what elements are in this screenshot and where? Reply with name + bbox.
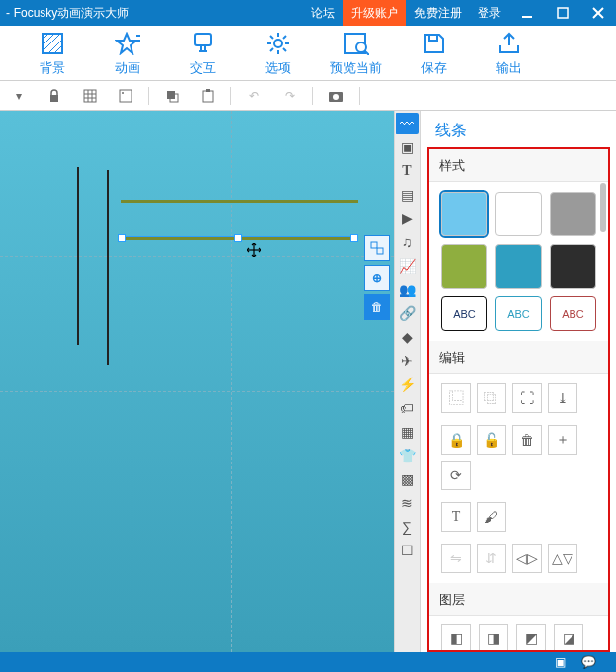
resize-handle-left[interactable]: [118, 234, 126, 242]
svg-rect-35: [167, 91, 175, 99]
shape-line-vertical-1[interactable]: [77, 167, 79, 345]
zoom-in-icon[interactable]: ⊕: [364, 265, 390, 291]
mirrorv-button[interactable]: △▽: [548, 544, 577, 573]
send-backward-button[interactable]: ◩: [516, 624, 546, 652]
shape-line-vertical-2[interactable]: [107, 170, 109, 365]
delete-icon[interactable]: 🗑: [364, 294, 390, 320]
gridview-tool-icon[interactable]: ▩: [396, 468, 419, 490]
ruler-icon[interactable]: [113, 83, 138, 109]
swatch-5[interactable]: [495, 244, 542, 289]
textedit-button[interactable]: T: [441, 502, 471, 532]
resize-handle-mid[interactable]: [234, 234, 242, 242]
lock-icon[interactable]: [42, 83, 67, 109]
login-link[interactable]: 登录: [470, 0, 509, 26]
present-icon[interactable]: ▣: [555, 655, 566, 669]
scrollbar-thumb[interactable]: [600, 183, 606, 232]
swatch-abc-1[interactable]: ABC: [441, 296, 487, 331]
brush-button[interactable]: 🖌: [477, 502, 506, 532]
grid-icon[interactable]: [77, 83, 103, 109]
tab-export[interactable]: 输出: [486, 30, 532, 77]
copy-icon[interactable]: [159, 83, 185, 109]
forum-link[interactable]: 论坛: [304, 0, 343, 26]
lock-button[interactable]: 🔒: [441, 425, 471, 455]
bring-front-button[interactable]: ◧: [441, 624, 471, 652]
music-tool-icon[interactable]: ♫: [396, 231, 419, 253]
group-button[interactable]: ⿺: [441, 383, 471, 413]
tab-preview[interactable]: 预览当前: [330, 30, 382, 77]
add-button[interactable]: ＋: [548, 425, 577, 455]
line-tool-icon[interactable]: 〰: [396, 113, 419, 134]
text-tool-icon[interactable]: T: [396, 160, 419, 182]
formula-tool-icon[interactable]: ∑: [396, 516, 419, 538]
import-button[interactable]: ⤓: [548, 383, 577, 413]
svg-rect-38: [206, 89, 210, 92]
star-icon: [115, 30, 140, 57]
swatch-6[interactable]: [550, 244, 596, 289]
tag-tool-icon[interactable]: 🏷: [396, 397, 419, 419]
svg-rect-44: [377, 248, 383, 254]
image-tool-icon[interactable]: ▣: [396, 136, 419, 158]
tab-options[interactable]: 选项: [255, 30, 301, 77]
redo-icon[interactable]: ↷: [277, 83, 303, 109]
tab-interact[interactable]: 交互: [180, 30, 225, 77]
plane-tool-icon[interactable]: ✈: [396, 350, 419, 372]
swatch-abc-3[interactable]: ABC: [550, 296, 596, 331]
title-bar: - Focusky动画演示大师 论坛 升级账户 免费注册 登录: [0, 0, 616, 26]
svg-rect-33: [120, 90, 132, 102]
link-frame-icon[interactable]: [364, 235, 390, 261]
chart-tool-icon[interactable]: 📈: [396, 255, 419, 277]
selected-line[interactable]: [121, 236, 355, 239]
shirt-tool-icon[interactable]: 👕: [396, 445, 419, 466]
upgrade-link[interactable]: 升级账户: [343, 0, 406, 26]
register-link[interactable]: 免费注册: [406, 0, 470, 26]
undo-icon[interactable]: ↶: [241, 83, 267, 109]
link-tool-icon[interactable]: 🔗: [396, 302, 419, 324]
resize-handle-right[interactable]: [350, 234, 358, 242]
svg-rect-13: [195, 34, 211, 45]
mirrorh-button[interactable]: ◁▷: [512, 544, 542, 573]
video-tool-icon[interactable]: ▶: [396, 208, 419, 229]
ungroup-button[interactable]: ⿻: [477, 383, 506, 413]
svg-point-24: [356, 42, 366, 52]
swatch-3[interactable]: [550, 192, 596, 236]
group-tool-icon[interactable]: 👥: [396, 279, 419, 300]
pointer-icon[interactable]: ▾: [6, 83, 32, 109]
fliph-button[interactable]: ⇋: [441, 544, 471, 573]
paste-icon[interactable]: [195, 83, 220, 109]
camera-icon[interactable]: [323, 83, 349, 109]
svg-point-40: [333, 94, 339, 100]
layers-tool-icon[interactable]: ≋: [396, 492, 419, 514]
tab-background[interactable]: 背景: [30, 30, 75, 77]
swatch-abc-2[interactable]: ABC: [495, 296, 542, 331]
trash-button[interactable]: 🗑: [512, 425, 542, 455]
panel-title: 线条: [421, 111, 616, 147]
swatch-4[interactable]: [441, 244, 487, 289]
fit-button[interactable]: ⛶: [512, 383, 542, 413]
shape-line-horizontal-1[interactable]: [121, 200, 358, 203]
table-tool-icon[interactable]: ▦: [396, 421, 419, 443]
flipv-button[interactable]: ⇵: [477, 544, 506, 573]
shape-tool-icon[interactable]: ◆: [396, 326, 419, 348]
layout-tool-icon[interactable]: ▤: [396, 184, 419, 206]
section-style: 样式: [429, 149, 608, 182]
swatch-2[interactable]: [495, 192, 542, 236]
unlock-button[interactable]: 🔓: [477, 425, 506, 455]
maximize-button[interactable]: [545, 0, 580, 26]
refresh-button[interactable]: ⟳: [441, 461, 471, 490]
swatch-1[interactable]: [441, 192, 487, 236]
guide-horizontal-2: [0, 391, 394, 392]
box-tool-icon[interactable]: ☐: [396, 540, 419, 561]
chat-icon[interactable]: 💬: [581, 655, 596, 669]
bring-forward-button[interactable]: ◨: [479, 624, 508, 652]
send-back-button[interactable]: ◪: [554, 624, 583, 652]
tab-save[interactable]: 保存: [411, 30, 457, 77]
guide-horizontal-1: [0, 256, 394, 257]
svg-line-8: [48, 40, 62, 53]
flash-tool-icon[interactable]: ⚡: [396, 374, 419, 395]
tab-animation[interactable]: 动画: [105, 30, 150, 77]
canvas[interactable]: ⊕ 🗑: [0, 111, 394, 652]
save-icon: [422, 30, 446, 57]
close-button[interactable]: [580, 0, 616, 26]
svg-point-34: [122, 92, 124, 94]
minimize-button[interactable]: [509, 0, 545, 26]
